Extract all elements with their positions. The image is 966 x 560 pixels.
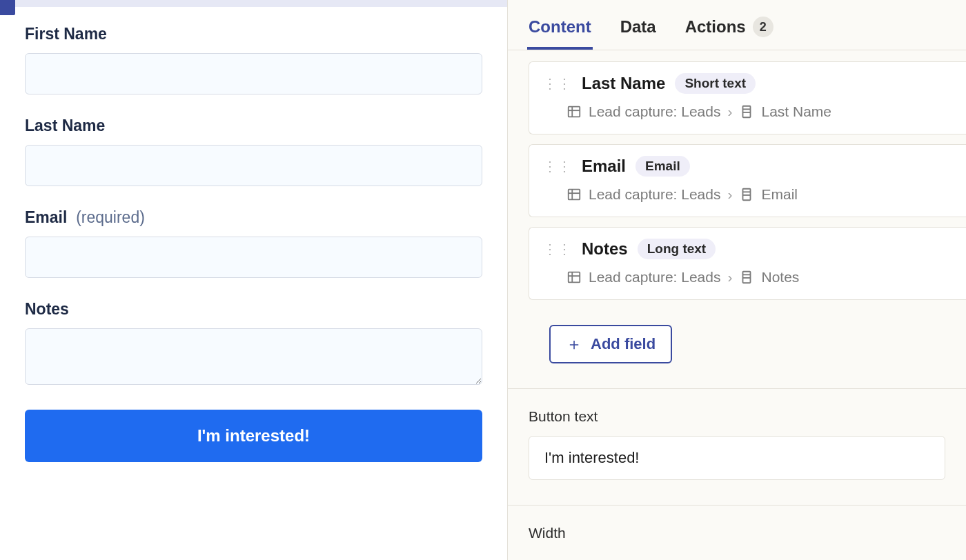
svg-rect-0 <box>569 107 580 117</box>
chevron-right-icon: › <box>727 186 732 203</box>
tab-data[interactable]: Data <box>620 17 656 49</box>
config-pane: Content Data Actions 2 ⋮⋮ Last Name Shor… <box>507 0 966 560</box>
card-column: Email <box>761 186 798 203</box>
card-source: Lead capture: Leads <box>589 269 720 286</box>
submit-button[interactable]: I'm interested! <box>25 410 482 462</box>
drag-handle-icon[interactable]: ⋮⋮ <box>543 80 572 87</box>
field-card-last-name[interactable]: ⋮⋮ Last Name Short text Lead capture: Le… <box>529 61 966 134</box>
first-name-input[interactable] <box>25 53 482 94</box>
column-icon <box>739 270 754 285</box>
drag-handle-icon[interactable]: ⋮⋮ <box>543 163 572 170</box>
tabs: Content Data Actions 2 <box>508 0 966 50</box>
plus-icon: ＋ <box>566 333 582 355</box>
field-label-last-name: Last Name <box>25 117 482 135</box>
width-label: Width <box>529 525 945 541</box>
table-icon <box>566 187 582 202</box>
field-label-first-name: First Name <box>25 25 482 43</box>
tab-content[interactable]: Content <box>529 17 591 49</box>
field-cards-list: ⋮⋮ Last Name Short text Lead capture: Le… <box>508 50 966 363</box>
field-type-pill: Email <box>635 156 690 177</box>
last-name-input[interactable] <box>25 145 482 186</box>
column-icon <box>739 187 754 202</box>
form-preview-pane: First Name Last Name Email (required) No… <box>0 0 507 560</box>
preview-corner-badge <box>0 0 15 15</box>
card-title: Last Name <box>582 74 665 93</box>
table-icon <box>566 104 582 119</box>
chevron-right-icon: › <box>727 269 732 286</box>
column-icon <box>739 104 754 119</box>
card-source: Lead capture: Leads <box>589 186 720 203</box>
table-icon <box>566 270 582 285</box>
chevron-right-icon: › <box>727 103 732 120</box>
tab-actions[interactable]: Actions 2 <box>685 17 773 50</box>
preview-topbar <box>0 0 507 7</box>
notes-textarea[interactable] <box>25 328 482 385</box>
svg-rect-6 <box>569 190 580 200</box>
field-label-email: Email (required) <box>25 208 482 227</box>
card-title: Email <box>582 157 626 176</box>
field-card-email[interactable]: ⋮⋮ Email Email Lead capture: Leads › Ema… <box>529 144 966 217</box>
field-type-pill: Short text <box>675 73 756 94</box>
field-type-pill: Long text <box>638 239 716 259</box>
field-card-notes[interactable]: ⋮⋮ Notes Long text Lead capture: Leads ›… <box>529 227 966 300</box>
actions-count-badge: 2 <box>753 17 773 37</box>
button-text-label: Button text <box>529 408 945 425</box>
field-label-notes: Notes <box>25 300 482 319</box>
email-input[interactable] <box>25 237 482 278</box>
card-column: Notes <box>761 269 799 286</box>
drag-handle-icon[interactable]: ⋮⋮ <box>543 246 572 252</box>
card-column: Last Name <box>761 103 831 120</box>
button-text-input[interactable] <box>529 436 945 480</box>
card-title: Notes <box>582 239 628 259</box>
card-source: Lead capture: Leads <box>589 103 720 120</box>
add-field-button[interactable]: ＋ Add field <box>549 325 672 363</box>
svg-rect-12 <box>569 272 580 283</box>
